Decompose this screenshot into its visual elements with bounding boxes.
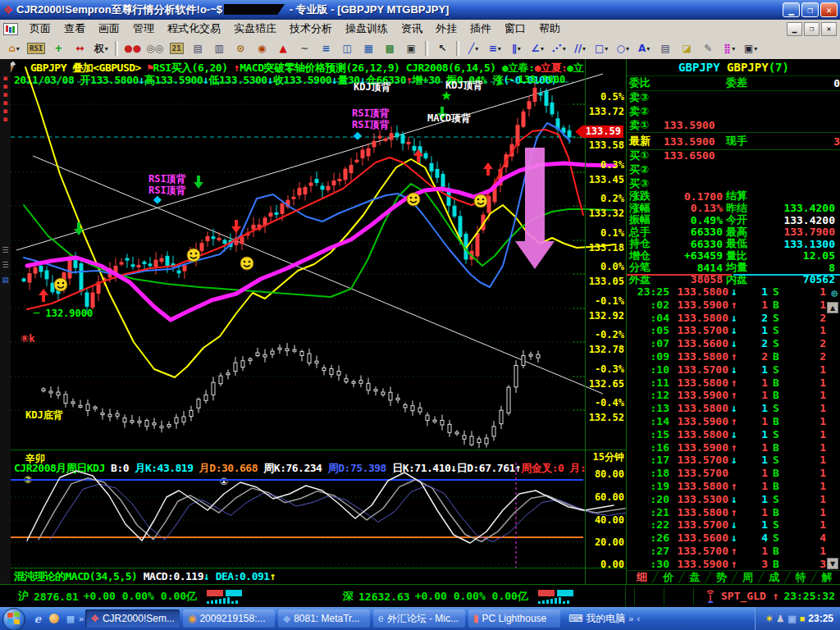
grid-window-icon[interactable]: ▦ [358, 39, 378, 57]
quote-symbol-header[interactable]: GBPJPY GBPJPY(7) [627, 59, 840, 76]
split-columns-icon[interactable]: ◫ [337, 39, 357, 57]
axis-price-label: 132.78 [583, 344, 624, 355]
parallel-hatch-tool[interactable]: //▾ [570, 39, 590, 57]
tab-盘[interactable]: 盘 [684, 570, 705, 585]
linked-view-icon[interactable]: ◎◎ [144, 39, 165, 57]
tick-row: :02133.5900↑1B1 [627, 299, 840, 312]
close-button[interactable]: ✕ [820, 2, 838, 17]
scroll-up-button[interactable]: ▲ [827, 302, 838, 313]
menu-查看[interactable]: 查看 [57, 20, 92, 38]
quicklaunch-ie-icon[interactable]: e [30, 611, 45, 626]
quicklaunch-messenger-icon[interactable] [47, 611, 62, 626]
restore-button[interactable]: ❐ [801, 2, 819, 17]
gauge-icon[interactable]: ◉ [252, 39, 272, 57]
menu-资讯[interactable]: 资讯 [395, 20, 429, 38]
signal-lights-icon[interactable]: ●● [122, 39, 143, 57]
tab-势[interactable]: 势 [711, 570, 732, 585]
taskbar-clock[interactable]: 23:25 [808, 613, 833, 624]
tick-by-tick-list[interactable]: 23:25133.5800↓1S1:02133.5900↑1B1:04133.5… [627, 285, 840, 571]
list-marker-icon[interactable]: ☰ [2, 246, 9, 254]
interval-label[interactable]: 15分钟 [583, 450, 624, 464]
tray-network-icon[interactable]: ▣ [788, 614, 796, 623]
menu-实盘猎庄[interactable]: 实盘猎庄 [227, 20, 283, 38]
list-marker-icon[interactable]: ☰ [2, 261, 9, 269]
vertical-line-tool[interactable]: ∥▾ [506, 39, 526, 57]
tab-价[interactable]: 价 [658, 570, 678, 585]
taskbar-task-button[interactable]: ❖CJR2000!Sem... [85, 609, 180, 628]
tray-note-icon[interactable]: ■ [800, 614, 806, 623]
data-feed-label[interactable]: SPT_GLD ↑ [721, 590, 778, 602]
menu-管理[interactable]: 管理 [126, 20, 161, 38]
monitor-window-icon[interactable]: ▣ [401, 39, 421, 57]
copy-pages-icon[interactable]: ▤ [188, 39, 208, 57]
taskbar-task-button[interactable]: e外汇论坛 - Mic... [373, 609, 465, 628]
kdj-subchart-canvas[interactable] [11, 463, 626, 568]
alarm-bell-icon[interactable]: ▲ [273, 39, 293, 57]
text-tool[interactable]: A▾ [634, 39, 654, 57]
duplicate-drawing-icon[interactable]: ▤ [655, 39, 675, 57]
save-drawing-tool[interactable]: ▣▾ [741, 39, 760, 57]
color-palette-tool[interactable]: ⣿▾ [719, 39, 739, 57]
keyboard-icon[interactable]: ⌨ [568, 613, 582, 624]
lock-edit-tool[interactable]: ✎ [698, 39, 718, 57]
menu-页面[interactable]: 页面 [23, 20, 57, 38]
antenna-icon [705, 590, 716, 603]
tab-成[interactable]: 成 [764, 570, 784, 585]
taskbar-task-button[interactable]: ◆8081: MetaTr... [278, 609, 370, 628]
shenzhen-index[interactable]: 深12632.63 +0.00 0.00% 0.00亿 [343, 589, 576, 604]
menu-外挂[interactable]: 外挂 [429, 20, 463, 38]
my-computer-label[interactable]: 我的电脑 [586, 612, 625, 626]
minimize-button[interactable]: ▁ [783, 2, 800, 17]
toolbar-separator [425, 41, 428, 56]
plug-connect-icon[interactable]: ~ [294, 39, 314, 57]
child-minimize-button[interactable]: ▁ [787, 22, 802, 36]
cursor-arrow-icon[interactable]: ↖ [432, 39, 452, 57]
start-button[interactable] [2, 608, 26, 629]
tray-device-icon[interactable]: ♟ [776, 614, 784, 623]
menu-画面[interactable]: 画面 [92, 20, 126, 38]
menu-帮助[interactable]: 帮助 [532, 20, 567, 38]
menu-技术分析[interactable]: 技术分析 [283, 20, 339, 38]
taskbar-toolbar: ⌨ 我的电脑 » ‹ [568, 612, 640, 626]
menu-窗口[interactable]: 窗口 [498, 20, 532, 38]
horizontal-line-tool[interactable]: ≡▾ [485, 39, 504, 57]
chart-annotation: RSI顶背 [352, 118, 390, 132]
ellipse-tool[interactable]: ○▾ [613, 39, 632, 57]
shanghai-index[interactable]: 沪2876.81 +0.00 0.00% 0.00亿 [18, 589, 244, 604]
open-book-icon[interactable]: ▥ [209, 39, 229, 57]
zoom-view-icon[interactable]: ⊙ [231, 39, 250, 57]
taskbar-task-button[interactable]: ▮PC Lighthouse [468, 609, 560, 628]
menu-插件[interactable]: 插件 [463, 20, 498, 38]
globe-icon[interactable]: ⊕ [831, 287, 838, 299]
horizontal-scale-icon[interactable]: ↔ [70, 39, 89, 57]
tab-细[interactable]: 细 [632, 570, 652, 585]
tab-解[interactable]: 解 [817, 570, 838, 585]
menu-操盘训练[interactable]: 操盘训练 [339, 20, 395, 38]
rights-restore-icon[interactable]: 权▾ [91, 39, 111, 57]
tab-特[interactable]: 特 [790, 570, 810, 585]
gann-fan-tool[interactable]: ∠▾ [527, 39, 547, 57]
taskbar-task-button[interactable]: ◉2009219158:... [183, 609, 275, 628]
candlestick-chart-canvas[interactable]: ★◆◆ [11, 59, 626, 450]
toolbar-expand-chevron[interactable]: » [628, 614, 633, 623]
tray-collapse-chevron[interactable]: ‹ [637, 614, 640, 623]
channel-tool[interactable]: ⋰▾ [549, 39, 568, 57]
rectangle-tool[interactable]: □▾ [591, 39, 611, 57]
child-close-button[interactable]: ✕ [821, 22, 837, 36]
list-view-icon[interactable]: ≡ [316, 39, 336, 57]
tray-star-icon[interactable]: ✶ [765, 614, 773, 623]
trend-line-tool[interactable]: ╱▾ [463, 39, 483, 57]
chart-window-icon[interactable]: ▩ [380, 39, 399, 57]
calendar-icon[interactable]: 21 [167, 39, 186, 57]
quicklaunch-desktop-icon[interactable]: ▦ [63, 611, 78, 626]
home-page-icon[interactable]: ⌂▾ [4, 39, 24, 57]
panel-marker-icon[interactable]: ▤ [2, 276, 9, 284]
child-restore-button[interactable]: ❐ [804, 22, 819, 36]
scroll-down-button[interactable]: ▼ [827, 558, 838, 569]
menu-程式化交易[interactable]: 程式化交易 [161, 20, 227, 38]
eraser-tool[interactable]: ◪ [677, 39, 696, 57]
tab-周[interactable]: 周 [737, 570, 758, 585]
move-cross-icon[interactable]: + [48, 39, 68, 57]
tick-row: :30133.5900↑3B3 [627, 558, 840, 571]
rsi-indicator-icon[interactable]: RSI [25, 39, 47, 57]
